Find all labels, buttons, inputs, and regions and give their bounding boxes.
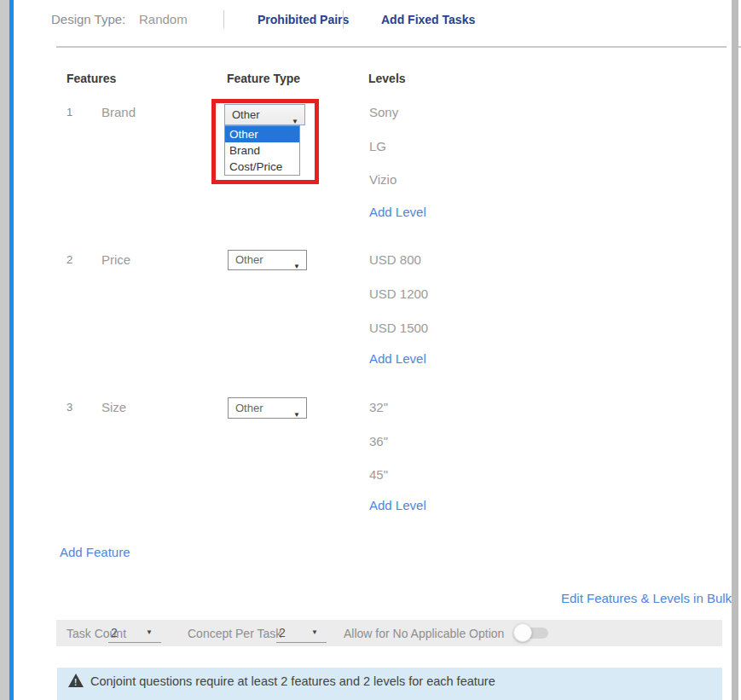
concept-per-task-value-dropdown[interactable]: 2 [279,626,286,639]
header-divider [56,46,727,48]
feature-name[interactable]: Size [101,401,126,414]
edit-features-levels-bulk-link[interactable]: Edit Features & Levels in Bulk [561,591,732,605]
feature-index: 3 [67,401,72,414]
feature-type-select[interactable]: Other ▼ [228,250,307,270]
feature-index: 2 [67,253,72,266]
annotation-red-box [211,99,319,184]
features-column-header: Features [67,72,116,85]
add-level-link[interactable]: Add Level [369,205,426,219]
dropdown-arrow-icon[interactable]: ▼ [146,628,153,636]
level-item[interactable]: USD 1500 [369,321,428,335]
concept-per-task-underline [276,642,327,643]
active-question-indicator-bar [9,0,14,700]
dropdown-arrow-icon[interactable]: ▼ [311,628,318,636]
level-item[interactable]: Vizio [369,173,397,187]
design-type-option-add-fixed-tasks[interactable]: Add Fixed Tasks [381,13,475,26]
dropdown-arrow-icon: ▼ [293,257,300,276]
separator [223,10,224,28]
concept-per-task-label: Concept Per Task [188,627,281,640]
separator [343,10,344,28]
level-item[interactable]: LG [369,140,386,153]
add-level-link[interactable]: Add Level [369,352,426,366]
feature-name[interactable]: Brand [101,106,136,119]
warning-icon-exclamation: ! [74,678,77,687]
feature-type-selected-value: Other [235,253,263,266]
scrollbar[interactable] [732,0,738,700]
level-item[interactable]: 36" [369,435,388,448]
toggle-knob[interactable] [513,623,532,642]
level-item[interactable]: USD 800 [369,253,421,267]
feature-name[interactable]: Price [101,253,130,267]
no-applicable-option-label: Allow for No Applicable Option [344,627,504,640]
conjoint-design-editor: Design Type: Random Prohibited Pairs Add… [0,0,741,700]
feature-type-selected-value: Other [235,402,263,414]
design-type-option-prohibited-pairs[interactable]: Prohibited Pairs [258,13,349,26]
levels-column-header: Levels [368,72,406,85]
add-level-link[interactable]: Add Level [369,499,426,512]
dropdown-arrow-icon: ▼ [293,405,300,425]
task-count-value-dropdown[interactable]: 2 [111,626,118,639]
task-count-underline [108,642,161,643]
design-type-label: Design Type: [51,12,125,26]
feature-type-select[interactable]: Other ▼ [228,397,307,419]
level-item[interactable]: Sony [369,106,398,119]
design-type-option-random[interactable]: Random [139,12,188,26]
feature-index: 1 [67,106,72,119]
page-left-margin [0,0,9,700]
level-item[interactable]: 45" [369,468,388,482]
level-item[interactable]: 32" [369,401,388,414]
feature-type-column-header: Feature Type [227,72,300,85]
add-feature-link[interactable]: Add Feature [60,545,130,559]
level-item[interactable]: USD 1200 [369,287,428,301]
alert-text: Conjoint questions require at least 2 fe… [90,674,495,688]
